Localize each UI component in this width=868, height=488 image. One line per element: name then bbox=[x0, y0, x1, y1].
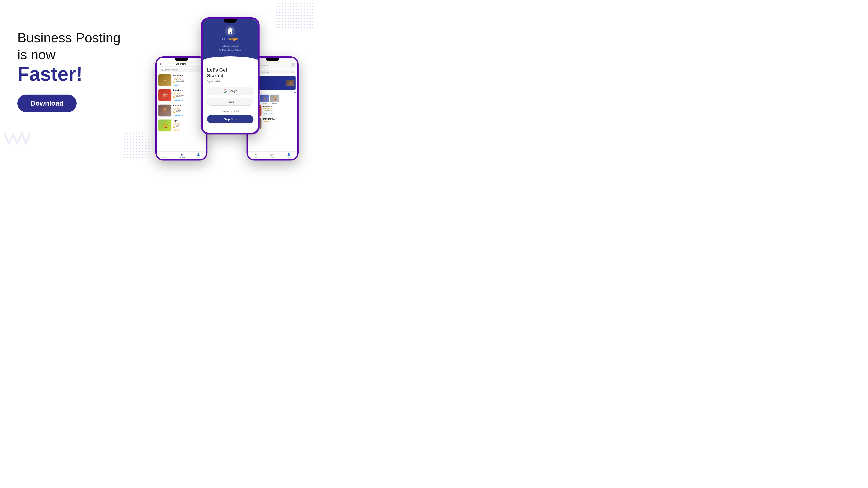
headline-line2: is now bbox=[18, 47, 130, 62]
phones-container: ‹ All Posts 🔍 Search by Name 🪑 Guru krip… bbox=[151, 13, 316, 169]
post-name-3: Krisan k... bbox=[173, 104, 205, 107]
phone-center: GUR Angna Reliable Solutions for Every H… bbox=[201, 18, 259, 134]
signin-body: Let's Get Started Sign in With Google bbox=[203, 61, 258, 133]
post-location-3: 📍 Kot Dhu... bbox=[173, 109, 205, 111]
see-all-link[interactable]: See All bbox=[291, 92, 296, 93]
left-content: Business Posting is now Faster! Download bbox=[18, 30, 130, 112]
nav-post-label: Post bbox=[254, 156, 257, 158]
furniture-label: Furnit... bbox=[262, 102, 267, 104]
post-thumb-1: 🪑 bbox=[158, 74, 172, 86]
nav-profile-right[interactable]: 👤 Profile bbox=[287, 153, 291, 158]
post-info-1: Guru kripa f... ★★★★★ 📍 Maur, Punjab... … bbox=[173, 74, 205, 87]
logo-house-icon bbox=[225, 26, 236, 36]
nav-post[interactable]: ⊕ Post bbox=[254, 153, 257, 158]
phone-left-notch bbox=[175, 58, 188, 61]
category-cement[interactable]: 🏗️ Ceme... bbox=[270, 95, 279, 104]
right-post-stars-2: ★★★★ bbox=[263, 121, 296, 123]
post-stars-2: ★★★★★ bbox=[173, 92, 205, 94]
post-badge-2: Bricks And Tiles bbox=[173, 100, 184, 101]
post-item-2[interactable]: 🧱 ਮੈਸ ਅਜੈਤਾ ਬ... ★★★★★ 📍 Maur Kalan... 📐… bbox=[157, 88, 206, 103]
phone-center-notch bbox=[224, 19, 237, 23]
post-stars-1: ★★★★★ bbox=[173, 77, 205, 79]
post-info-2: ਮੈਸ ਅਜੈਤਾ ਬ... ★★★★★ 📍 Maur Kalan... 📐 1… bbox=[173, 89, 205, 102]
google-label: Google bbox=[229, 90, 237, 93]
right-post-name-2: ਮੈਸ ਅਜੈਤਾ ਬ... bbox=[263, 118, 296, 120]
nav-home[interactable]: ⌂ Home bbox=[163, 153, 167, 158]
dot-grid-bottom-center bbox=[124, 132, 150, 159]
headline-faster: Faster! bbox=[18, 64, 130, 84]
profile-icon-right: 👤 bbox=[287, 153, 290, 156]
phone-left-title: All Posts bbox=[176, 62, 186, 65]
download-button[interactable]: Download bbox=[18, 95, 76, 112]
dot-grid-top-right bbox=[276, 3, 313, 29]
post-distance-4: 📐 1539... bbox=[173, 126, 205, 128]
bottom-nav-left: ⌂ Home ◉ All Posts 👤 P... bbox=[157, 152, 206, 159]
nav-profile-left[interactable]: 👤 P... bbox=[197, 153, 200, 158]
nav-profile-left-label: P... bbox=[197, 156, 199, 158]
profile-icon-left: 👤 bbox=[197, 153, 200, 156]
headline-line1: Business Posting bbox=[18, 30, 130, 45]
right-post-name-1: Furniture... bbox=[263, 105, 296, 107]
apple-signin-button[interactable]: Apple bbox=[207, 98, 253, 106]
chats-icon: 💬 bbox=[270, 153, 274, 156]
post-badge-3: Bricks And Tiles bbox=[173, 115, 184, 116]
post-info-4: Taj m... ★★★★ 📍 Sard... 📐 1539... Tile W… bbox=[173, 120, 205, 132]
category-furniture[interactable]: 🪑 Furnit... bbox=[260, 95, 269, 104]
all-posts-icon: ◉ bbox=[181, 153, 183, 156]
post-distance-2: 📐 1558 Km... bbox=[173, 96, 205, 98]
post-name-2: ਮੈਸ ਅਜੈਤਾ ਬ... bbox=[173, 89, 205, 92]
search-bar-left[interactable]: 🔍 Search by Name bbox=[158, 68, 205, 72]
post-info-3: Krisan k... ★★★★ 📍 Kot Dhu... 📐 1539 K..… bbox=[173, 104, 205, 117]
cement-label: Ceme... bbox=[272, 102, 277, 104]
post-distance-1: 📐 1561 Km Aw... bbox=[173, 81, 205, 83]
post-badge-1: Furniture bbox=[173, 85, 180, 86]
post-stars-3: ★★★★ bbox=[173, 107, 205, 109]
nav-chats[interactable]: 💬 Chats bbox=[270, 153, 274, 158]
post-item-4[interactable]: 🏗️ Taj m... ★★★★ 📍 Sard... 📐 1539... Til… bbox=[157, 118, 206, 133]
app-tagline-2: for Every Home Builder bbox=[219, 49, 241, 52]
app-tagline-1: Reliable Solutions bbox=[222, 45, 239, 48]
post-thumb-4: 🏗️ bbox=[158, 120, 172, 131]
nav-home-label: Home bbox=[163, 156, 167, 158]
nav-all-posts[interactable]: ◉ All Posts bbox=[179, 153, 185, 158]
post-item-3[interactable]: 🪵 Krisan k... ★★★★ 📍 Kot Dhu... 📐 1539 K… bbox=[157, 103, 206, 118]
post-name-1: Guru kripa f... bbox=[173, 74, 205, 76]
banner-images: 🚪 bbox=[286, 80, 294, 86]
google-icon bbox=[223, 89, 227, 93]
apple-label: Apple bbox=[228, 100, 235, 103]
nav-profile-right-label: Profile bbox=[287, 156, 291, 158]
logo-angna: Angna bbox=[229, 37, 239, 41]
search-placeholder-left: Search by Name bbox=[164, 69, 178, 71]
right-post-stars-1: ★★★★★ bbox=[263, 108, 296, 110]
back-arrow-icon[interactable]: ‹ bbox=[160, 62, 161, 65]
post-thumb-2: 🧱 bbox=[158, 89, 172, 101]
phone-center-screen: GUR Angna Reliable Solutions for Every H… bbox=[203, 19, 258, 133]
google-signin-button[interactable]: Google bbox=[207, 87, 253, 95]
door-thumb: 🚪 bbox=[286, 80, 294, 86]
post-location-1: 📍 Maur, Punjab... bbox=[173, 79, 205, 81]
post-location-2: 📍 Maur Kalan... bbox=[173, 94, 205, 96]
bottom-nav-right: ⊕ Post 💬 Chats 👤 Profile bbox=[248, 152, 297, 159]
right-post-info-1: Furniture... ★★★★★ 📍 1558 Km Aw... Brick… bbox=[263, 105, 296, 116]
nav-all-posts-label: All Posts bbox=[179, 156, 185, 158]
home-icon: ⌂ bbox=[164, 153, 165, 156]
post-location-4: 📍 Sard... bbox=[173, 124, 205, 126]
signin-title: Let's Get Started bbox=[207, 67, 253, 79]
search-icon-left: 🔍 bbox=[161, 69, 163, 71]
nav-chats-label: Chats bbox=[270, 156, 274, 158]
phone-left-screen: ‹ All Posts 🔍 Search by Name 🪑 Guru krip… bbox=[157, 58, 206, 159]
w-decoration bbox=[4, 131, 30, 147]
signin-header: GUR Angna Reliable Solutions for Every H… bbox=[203, 19, 258, 61]
post-badge-4: Tile Work bbox=[173, 129, 180, 131]
continue-guest-text: Continue as guest bbox=[207, 110, 253, 112]
skip-now-button[interactable]: Skip Now bbox=[207, 115, 253, 123]
logo-gur: GUR bbox=[222, 37, 229, 41]
post-item-1[interactable]: 🪑 Guru kripa f... ★★★★★ 📍 Maur, Punjab..… bbox=[157, 73, 206, 88]
filter-icon[interactable]: ⚙ bbox=[292, 71, 293, 73]
svg-point-2 bbox=[229, 30, 230, 30]
signin-subtitle: Sign in With bbox=[207, 80, 253, 83]
right-post-info-2: ਮੈਸ ਅਜੈਤਾ ਬ... ★★★★ bbox=[263, 118, 296, 129]
app-logo: GUR Angna bbox=[222, 26, 239, 41]
guest-avatar-icon bbox=[291, 63, 295, 67]
right-post-location-1: 📍 1558 Km Aw... bbox=[263, 110, 296, 111]
